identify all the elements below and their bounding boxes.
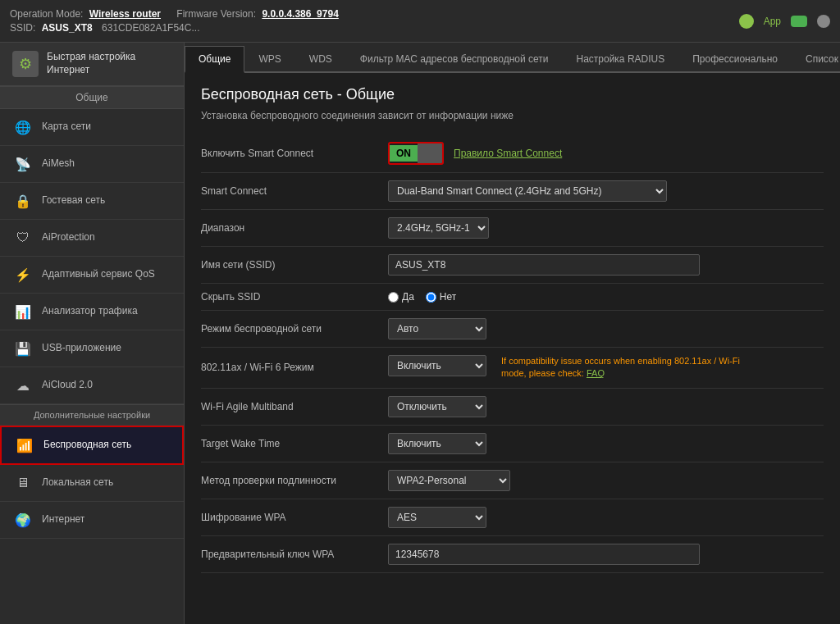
label-target-wake: Target Wake Time: [201, 425, 381, 462]
sidebar-item-network-map[interactable]: 🌐 Карта сети: [0, 109, 184, 146]
row-ssid: Имя сети (SSID): [201, 247, 824, 284]
hide-ssid-no-radio[interactable]: [426, 292, 436, 303]
aiprotection-icon: 🛡: [12, 227, 34, 248]
wireless-icon: 📶: [14, 435, 35, 456]
row-auth-method: Метод проверки подлинности WPA2-Personal…: [201, 462, 824, 499]
main-content: Беспроводная сеть - Общие Установка бесп…: [185, 73, 840, 624]
label-auth-method: Метод проверки подлинности: [201, 462, 381, 499]
sidebar: ⚙ Быстрая настройкаИнтернет Общие 🌐 Карт…: [0, 43, 185, 624]
smart-connect-toggle-group: ON Правило Smart Connect: [388, 142, 817, 165]
ssid-label: SSID:: [10, 22, 35, 34]
multiband-select[interactable]: Отключить Включить: [388, 396, 486, 417]
row-wpa-encryption: Шифрование WPA AES TKIP TKIP+AES: [201, 499, 824, 535]
gamepad-icon[interactable]: [791, 16, 807, 27]
smart-connect-rule-link[interactable]: Правило Smart Connect: [454, 148, 562, 159]
tab-wps[interactable]: WPS: [244, 46, 294, 71]
row-smart-connect: Smart Connect Dual-Band Smart Connect (2…: [201, 173, 824, 210]
op-mode-label: Operation Mode:: [10, 8, 83, 20]
sidebar-item-usb-app[interactable]: 💾 USB-приложение: [0, 330, 184, 367]
hide-ssid-yes-radio[interactable]: [388, 292, 399, 303]
general-section-header: Общие: [0, 86, 184, 109]
adaptive-qos-icon: ⚡: [12, 264, 34, 285]
sidebar-item-label-usb-app: USB-приложение: [42, 342, 121, 355]
wifi6-faq-link[interactable]: FAQ: [587, 368, 605, 378]
top-bar-actions: App: [739, 14, 830, 29]
top-bar-info: Operation Mode: Wireless router Firmware…: [10, 8, 339, 34]
sidebar-item-aimesh[interactable]: 📡 AiMesh: [0, 146, 184, 183]
tab-wds[interactable]: WDS: [295, 46, 346, 71]
ssid-value: ASUS_XT8: [42, 22, 93, 34]
operation-mode-line: Operation Mode: Wireless router Firmware…: [10, 8, 339, 20]
op-mode-value: Wireless router: [89, 8, 161, 20]
sidebar-item-adaptive-qos[interactable]: ⚡ Адаптивный сервис QoS: [0, 257, 184, 294]
sidebar-item-lan[interactable]: 🖥 Локальная сеть: [0, 465, 184, 502]
page-subtitle: Установка беспроводного соединения завис…: [201, 110, 824, 121]
sidebar-item-aiprotection[interactable]: 🛡 AiProtection: [0, 220, 184, 257]
sidebar-item-label-adaptive-qos: Адаптивный сервис QoS: [42, 268, 155, 281]
smart-connect-toggle[interactable]: ON: [388, 142, 444, 165]
sidebar-item-guest-network[interactable]: 🔒 Гостевая сеть: [0, 183, 184, 220]
ssid-input[interactable]: [388, 254, 700, 276]
row-target-wake: Target Wake Time Включить Отключить: [201, 425, 824, 462]
main-layout: ⚙ Быстрая настройкаИнтернет Общие 🌐 Карт…: [0, 43, 840, 624]
tab-mac-filter[interactable]: Фильтр МАС адресов беспроводной сети: [346, 46, 563, 71]
label-wireless-mode: Режим беспроводной сети: [201, 311, 381, 348]
row-smart-connect-toggle: Включить Smart Connect ON Правило Smart …: [201, 134, 824, 173]
label-smart-connect-toggle: Включить Smart Connect: [201, 134, 381, 173]
wpa-encryption-select[interactable]: AES TKIP TKIP+AES: [388, 507, 486, 528]
row-multiband: Wi-Fi Agile Multiband Отключить Включить: [201, 388, 824, 425]
wifi6-select[interactable]: Включить Отключить: [388, 355, 486, 376]
sidebar-item-internet[interactable]: 🌍 Интернет: [0, 502, 184, 539]
sidebar-item-wireless[interactable]: 📶 Беспроводная сеть: [0, 426, 184, 465]
label-wpa-key: Предварительный ключ WPA: [201, 535, 381, 572]
label-hide-ssid: Скрыть SSID: [201, 284, 381, 311]
wifi6-warning: If compatibility issue occurs when enabl…: [501, 355, 747, 380]
wpa-key-input[interactable]: [388, 544, 700, 565]
ssid-line: SSID: ASUS_XT8 631CDE082A1F54C...: [10, 22, 339, 34]
ssid-extra: 631CDE082A1F54C...: [102, 22, 199, 34]
aimesh-icon: 📡: [12, 153, 34, 175]
wireless-mode-select[interactable]: Авто N only G/N B/G/N: [388, 318, 486, 339]
label-band: Диапазон: [201, 210, 381, 247]
traffic-analyzer-icon: 📊: [12, 301, 34, 322]
content-area: Общие WPS WDS Фильтр МАС адресов беспров…: [185, 43, 840, 624]
internet-icon: 🌍: [12, 509, 34, 531]
row-wireless-mode: Режим беспроводной сети Авто N only G/N …: [201, 311, 824, 348]
firmware-value: 9.0.0.4.386_9794: [262, 8, 338, 20]
tab-general[interactable]: Общие: [185, 46, 244, 73]
toggle-off-area: [418, 143, 442, 163]
quick-setup-icon: ⚙: [12, 51, 39, 77]
sidebar-item-label-guest-network: Гостевая сеть: [42, 194, 105, 207]
tab-professional[interactable]: Профессионально: [678, 46, 792, 71]
firmware-label: Firmware Version:: [176, 8, 256, 20]
additional-section-header: Дополнительные настройки: [0, 404, 184, 426]
sidebar-item-label-internet: Интернет: [42, 513, 84, 526]
sidebar-item-traffic-analyzer[interactable]: 📊 Анализатор трафика: [0, 294, 184, 330]
hide-ssid-no-label[interactable]: Нет: [426, 291, 456, 303]
target-wake-select[interactable]: Включить Отключить: [388, 433, 486, 454]
wifi6-group: Включить Отключить If compatibility issu…: [388, 355, 817, 380]
sidebar-item-label-aimesh: AiMesh: [42, 157, 75, 171]
sidebar-item-label-network-map: Карта сети: [42, 121, 91, 134]
page-title: Беспроводная сеть - Общие: [201, 86, 824, 103]
label-wifi6: 802.11ax / Wi-Fi 6 Режим: [201, 348, 381, 389]
smart-connect-select[interactable]: Dual-Band Smart Connect (2.4GHz and 5GHz…: [388, 180, 667, 202]
lan-icon: 🖥: [12, 472, 34, 494]
row-hide-ssid: Скрыть SSID Да Нет: [201, 284, 824, 311]
row-wifi6: 802.11ax / Wi-Fi 6 Режим Включить Отключ…: [201, 348, 824, 389]
sidebar-item-label-aiprotection: AiProtection: [42, 231, 95, 244]
sidebar-item-aicloud[interactable]: ☁ AiCloud 2.0: [0, 367, 184, 404]
auth-method-select[interactable]: WPA2-Personal WPA-Personal WPA/WPA2-Pers…: [388, 470, 510, 491]
app-label[interactable]: App: [764, 16, 781, 27]
band-select[interactable]: 2.4GHz, 5GHz-1 2.4GHz 5GHz-1: [388, 217, 489, 239]
row-wpa-key: Предварительный ключ WPA: [201, 535, 824, 572]
tab-radius[interactable]: Настройка RADIUS: [562, 46, 678, 71]
hide-ssid-yes-label[interactable]: Да: [388, 291, 414, 303]
top-bar: Operation Mode: Wireless router Firmware…: [0, 0, 840, 43]
quick-setup-item[interactable]: ⚙ Быстрая настройкаИнтернет: [0, 43, 184, 86]
user-icon[interactable]: [817, 15, 830, 28]
notification-icon[interactable]: [739, 14, 754, 29]
sidebar-item-label-wireless: Беспроводная сеть: [43, 439, 131, 452]
hide-ssid-radio-group: Да Нет: [388, 291, 817, 303]
tab-block-list[interactable]: Список блокир. перемещения: [792, 46, 840, 71]
